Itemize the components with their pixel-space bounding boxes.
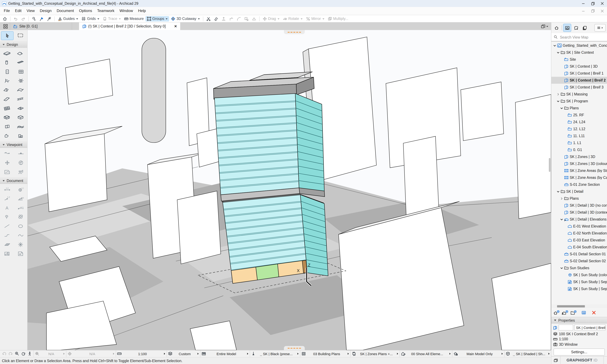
tool-drawing[interactable] xyxy=(17,249,24,258)
menu-file[interactable]: File xyxy=(1,7,13,15)
tab-context-breif-2[interactable]: (!) SK | Context | Breif 2 [3D / Selecti… xyxy=(79,22,180,30)
chevron-down-icon[interactable] xyxy=(556,51,560,54)
properties-header[interactable]: Properties xyxy=(551,317,607,324)
new-viewpoint-button[interactable] xyxy=(553,310,560,315)
fillet-button[interactable] xyxy=(235,16,242,21)
tool-object[interactable] xyxy=(4,76,10,85)
tool-label[interactable]: A1 xyxy=(17,203,24,212)
multiply-button[interactable]: Multiply... xyxy=(326,16,349,21)
tool-hatch[interactable] xyxy=(4,240,10,249)
tree-item[interactable]: SK | Detail | 3D (no conte xyxy=(551,202,607,209)
tree-item[interactable]: S-01 Detail Section 01 xyxy=(551,251,607,258)
settings-button[interactable]: Settings... xyxy=(554,348,605,355)
quickbar-style3d[interactable]: _ SK | Shaded | Sh... xyxy=(504,351,551,357)
tree-item[interactable]: E-03 East Elevation xyxy=(551,237,607,244)
chevron-right-icon[interactable] xyxy=(556,92,560,96)
tree-item[interactable]: SK | Zone Areas (by Cate xyxy=(551,174,607,181)
resize-button[interactable] xyxy=(243,16,250,21)
view-map-button[interactable] xyxy=(563,24,571,32)
tool-column[interactable] xyxy=(4,58,10,67)
quickbar-orient[interactable]: N/A xyxy=(66,351,116,357)
menu-design[interactable]: Design xyxy=(37,7,54,15)
tool-window[interactable] xyxy=(17,67,24,76)
tree-item[interactable]: SK | Zone Areas (by Story xyxy=(551,167,607,174)
redo-button[interactable] xyxy=(20,16,27,21)
tree-item[interactable]: SK | Zones | 3D xyxy=(551,153,607,160)
tree-item[interactable]: SK | Massing xyxy=(551,91,607,98)
quick-options-button[interactable] xyxy=(0,22,10,30)
graphisoft-id[interactable]: GRAPHISOFT ID xyxy=(561,358,604,363)
quickbar-scaleic[interactable]: 1:100 xyxy=(116,351,166,357)
tool-polyline[interactable] xyxy=(4,231,10,240)
tool-interior-elevation[interactable] xyxy=(17,158,24,167)
doc-minimize-button[interactable] xyxy=(579,7,588,15)
tree-item[interactable]: S-02 Detail Section 02 xyxy=(551,258,607,264)
menu-options[interactable]: Options xyxy=(77,7,95,15)
chevron-down-icon[interactable] xyxy=(556,190,560,193)
tool-camera[interactable] xyxy=(17,167,24,176)
tree-item[interactable]: S-01 Zone Section xyxy=(551,181,607,188)
tool-roof[interactable] xyxy=(3,85,11,94)
inject-button[interactable] xyxy=(38,16,45,21)
tree-item[interactable]: SK | Detail | Elevations xyxy=(551,216,607,223)
quickbar-layers[interactable]: Custom xyxy=(166,351,200,357)
quickbar-fitview[interactable]: N/A xyxy=(34,351,66,357)
toolbox-section-design[interactable]: Design xyxy=(0,41,27,48)
toolbox-section-viewpoint[interactable]: Viewpoint xyxy=(0,141,27,148)
tool-navigate[interactable] xyxy=(4,158,10,167)
adjust2-button[interactable] xyxy=(212,16,220,21)
minimize-button[interactable] xyxy=(579,0,588,7)
close-button[interactable] xyxy=(597,0,607,7)
quickbar-layoutrot[interactable]: SK | Zones Plans +... xyxy=(350,351,400,357)
tree-item[interactable]: 1. L1 xyxy=(551,139,607,146)
guides-button[interactable]: Guides xyxy=(56,16,80,21)
tool-fill[interactable] xyxy=(17,212,24,221)
doc-close-button[interactable] xyxy=(597,7,607,15)
tree-item[interactable]: Site xyxy=(551,56,607,63)
menu-view[interactable]: View xyxy=(24,7,37,15)
tool-wall[interactable] xyxy=(3,49,11,58)
viewport-top-handle[interactable] xyxy=(284,30,305,34)
tool-dimension[interactable]: 1.2 xyxy=(4,185,10,194)
tree-item[interactable]: SK | Sun Study (colour) xyxy=(551,272,607,278)
tree-item[interactable]: SK | Program xyxy=(551,98,607,104)
selected-tower[interactable]: Z X xyxy=(213,72,328,286)
undo-button[interactable] xyxy=(12,16,19,21)
groups-button[interactable]: Groups xyxy=(145,16,169,21)
menu-help[interactable]: Help xyxy=(135,7,148,15)
tree-item[interactable]: Sun Studies xyxy=(551,264,607,272)
tree-item[interactable]: SK | Context | Breif 3 xyxy=(551,84,607,91)
view-map-search[interactable] xyxy=(551,33,607,41)
tool-shell[interactable] xyxy=(17,85,24,94)
restore-button[interactable] xyxy=(588,0,597,7)
new-folder-button[interactable] xyxy=(570,310,577,315)
tree-item[interactable]: 25. RF xyxy=(551,112,607,118)
quickbar-override[interactable]: 00 Show All Eleme... xyxy=(399,351,452,357)
tab-overview-button[interactable] xyxy=(538,22,551,30)
tree-item[interactable]: E-01 West Elevation xyxy=(551,223,607,230)
home-button[interactable] xyxy=(1,16,9,21)
delete-item-button[interactable] xyxy=(592,310,596,315)
tool-panel[interactable] xyxy=(4,122,10,131)
search-input[interactable] xyxy=(559,35,605,39)
chevron-right-icon[interactable] xyxy=(560,197,564,200)
tool-zone[interactable] xyxy=(17,131,24,140)
view-settings-list-button[interactable] xyxy=(581,310,586,315)
viewport-bottom-handle[interactable] xyxy=(284,346,305,350)
toolbox-section-document[interactable]: Document xyxy=(0,177,27,184)
chevron-down-icon[interactable] xyxy=(553,44,557,47)
view-name-field[interactable]: SK | Context | Breif 2 xyxy=(574,325,606,330)
pickup-button[interactable] xyxy=(30,16,38,21)
adjust-button[interactable] xyxy=(220,16,227,21)
tree-item[interactable]: SK | Context | Breif 1 xyxy=(551,70,607,77)
tool-section[interactable] xyxy=(4,149,10,158)
intersect-button[interactable] xyxy=(228,16,235,21)
tree-item[interactable]: SK | Detail | 3D (context) xyxy=(551,209,607,216)
palette-windows-icon[interactable] xyxy=(551,356,561,364)
tree-item[interactable]: SK | Context | Breif 2 xyxy=(551,77,607,84)
tool-railing[interactable] xyxy=(17,94,24,104)
tool-lamp[interactable] xyxy=(17,76,24,85)
tree-item[interactable]: 0. G1 xyxy=(551,146,607,153)
measure-button[interactable]: 12Measure xyxy=(123,16,145,21)
tool-curtain-grid[interactable] xyxy=(3,113,11,122)
